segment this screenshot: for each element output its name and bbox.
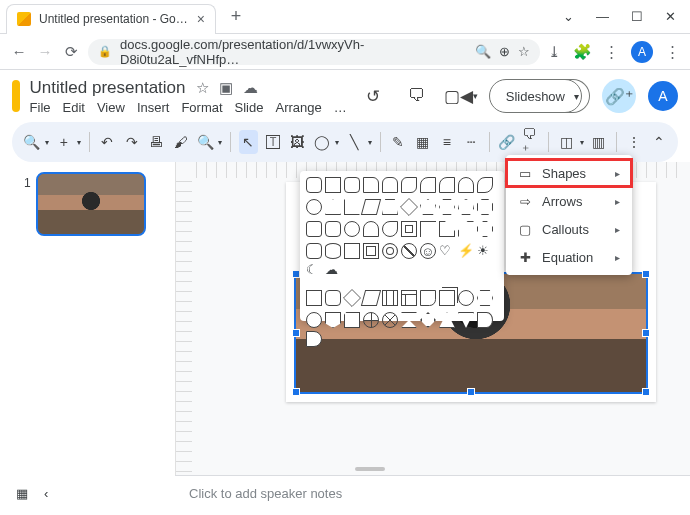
shape-flow-process[interactable] — [306, 290, 322, 306]
resize-handle[interactable] — [292, 388, 300, 396]
shape-l[interactable] — [439, 221, 455, 237]
shape-flow-or[interactable] — [363, 312, 379, 328]
chevron-down-icon[interactable]: ⌄ — [563, 9, 574, 24]
shape-flow-terminator[interactable] — [458, 290, 474, 306]
shape-flow-data[interactable] — [361, 290, 381, 306]
back-button[interactable]: ← — [10, 43, 28, 60]
chrome-menu-icon[interactable]: ⋮ — [665, 43, 680, 61]
prev-slide-icon[interactable]: ‹ — [44, 486, 48, 501]
line-icon[interactable]: ╲ — [345, 130, 364, 154]
zoom-icon[interactable]: 🔍 — [475, 44, 491, 59]
shape-round-diag[interactable] — [477, 177, 493, 193]
shape-lightning[interactable]: ⚡ — [458, 243, 474, 259]
overflow-icon[interactable]: ⋮ — [604, 43, 619, 61]
shape-flow-doc[interactable] — [420, 290, 436, 306]
shapes-gallery[interactable]: ☺ ♡ ⚡ ☀ ☾ ☁ — [300, 171, 504, 321]
shape-octagon[interactable] — [477, 199, 493, 215]
extensions-icon[interactable]: 🧩 — [573, 43, 592, 61]
collapse-toolbar-icon[interactable]: ⌃ — [649, 130, 668, 154]
shape-decagon[interactable] — [306, 221, 322, 237]
meet-icon[interactable]: ▢◀▾ — [445, 80, 477, 112]
profile-avatar[interactable]: A — [631, 41, 653, 63]
shape-snip[interactable] — [363, 177, 379, 193]
shape-flow-merge[interactable] — [458, 312, 474, 328]
shape-pie[interactable] — [344, 221, 360, 237]
link-icon[interactable]: 🔗 — [497, 130, 516, 154]
print-icon[interactable]: 🖶 — [147, 130, 166, 154]
mask-icon[interactable]: ▥ — [590, 130, 609, 154]
shape-diamond[interactable] — [400, 198, 418, 216]
resize-handle[interactable] — [642, 329, 650, 337]
shape-flow-connector[interactable] — [306, 312, 322, 328]
search-menus-icon[interactable]: 🔍 — [22, 130, 41, 154]
browser-tab[interactable]: Untitled presentation - Google S × — [6, 4, 216, 34]
shape-moon[interactable]: ☾ — [306, 262, 322, 278]
shape-chord[interactable] — [363, 221, 379, 237]
slideshow-dropdown[interactable]: ▾ — [564, 79, 590, 113]
install-icon[interactable]: ⤓ — [548, 43, 561, 61]
image-icon[interactable]: 🖼 — [288, 130, 307, 154]
select-tool-icon[interactable]: ↖ — [239, 130, 258, 154]
shape-flow-offpage[interactable] — [325, 312, 341, 328]
forward-button[interactable]: → — [36, 43, 54, 60]
minimize-icon[interactable]: — — [596, 9, 609, 24]
shape-parallelogram[interactable] — [361, 199, 381, 215]
shape-heptagon[interactable] — [458, 199, 474, 215]
shape-rect[interactable] — [325, 177, 341, 193]
shape-diag-stripe[interactable] — [458, 221, 474, 237]
translate-icon[interactable]: ⊕ — [499, 44, 510, 59]
menu-file[interactable]: File — [30, 100, 51, 115]
grid-view-icon[interactable]: ▦ — [16, 486, 28, 501]
shape-snip-round[interactable] — [420, 177, 436, 193]
shape-plaque[interactable] — [306, 243, 322, 259]
more-tools-icon[interactable]: ⋮ — [625, 130, 644, 154]
shape-rt-triangle[interactable] — [344, 199, 360, 215]
shape-donut[interactable] — [382, 243, 398, 259]
resize-handle[interactable] — [292, 270, 300, 278]
shape-flow-decision[interactable] — [343, 289, 361, 307]
menu-format[interactable]: Format — [181, 100, 222, 115]
shape-rounded-rect[interactable] — [306, 177, 322, 193]
shape-round1[interactable] — [439, 177, 455, 193]
shape-rounded[interactable] — [344, 177, 360, 193]
shape-flow-multidoc[interactable] — [439, 290, 455, 306]
submenu-shapes[interactable]: ▭ Shapes ▸ — [506, 159, 632, 187]
menu-more[interactable]: … — [334, 100, 347, 115]
shape-bevel[interactable] — [363, 243, 379, 259]
shape-heart[interactable]: ♡ — [439, 243, 455, 259]
shape-sun[interactable]: ☀ — [477, 243, 493, 259]
shape-smiley[interactable]: ☺ — [420, 243, 436, 259]
submenu-equation[interactable]: ✚ Equation ▸ — [506, 243, 632, 271]
border-weight-icon[interactable]: ≡ — [438, 130, 457, 154]
submenu-arrows[interactable]: ⇨ Arrows ▸ — [506, 187, 632, 215]
star-doc-icon[interactable]: ☆ — [196, 79, 209, 97]
doc-title[interactable]: Untitled presentation — [30, 78, 186, 98]
shape-pentagon[interactable] — [420, 199, 436, 215]
undo-icon[interactable]: ↶ — [98, 130, 117, 154]
shape-dodecagon[interactable] — [325, 221, 341, 237]
shape-flow-collate[interactable] — [401, 312, 417, 328]
shape-cloud[interactable]: ☁ — [325, 262, 341, 278]
shape-snip-diag[interactable] — [401, 177, 417, 193]
menu-slide[interactable]: Slide — [235, 100, 264, 115]
shape-flow-extract[interactable] — [439, 312, 455, 328]
shape-flow-alt[interactable] — [325, 290, 341, 306]
history-icon[interactable]: ↺ — [357, 80, 389, 112]
shape-snip2[interactable] — [382, 177, 398, 193]
shape-hexagon[interactable] — [439, 199, 455, 215]
speaker-notes[interactable]: Click to add speaker notes — [175, 475, 690, 511]
url-field[interactable]: 🔒 docs.google.com/presentation/d/1vwxyVh… — [88, 39, 540, 65]
slides-logo-icon[interactable] — [12, 80, 20, 112]
shape-flow-card[interactable] — [344, 312, 360, 328]
cloud-status-icon[interactable]: ☁ — [243, 79, 258, 97]
menu-view[interactable]: View — [97, 100, 125, 115]
shape-flow-predef[interactable] — [382, 290, 398, 306]
shape-flow-stored[interactable] — [477, 312, 493, 328]
shape-flow-sum[interactable] — [382, 312, 398, 328]
resize-handle[interactable] — [292, 329, 300, 337]
shape-triangle[interactable] — [325, 199, 341, 215]
shape-cross[interactable] — [477, 221, 493, 237]
textbox-icon[interactable]: 🅃 — [264, 130, 283, 154]
menu-edit[interactable]: Edit — [63, 100, 85, 115]
close-tab-icon[interactable]: × — [197, 11, 205, 27]
